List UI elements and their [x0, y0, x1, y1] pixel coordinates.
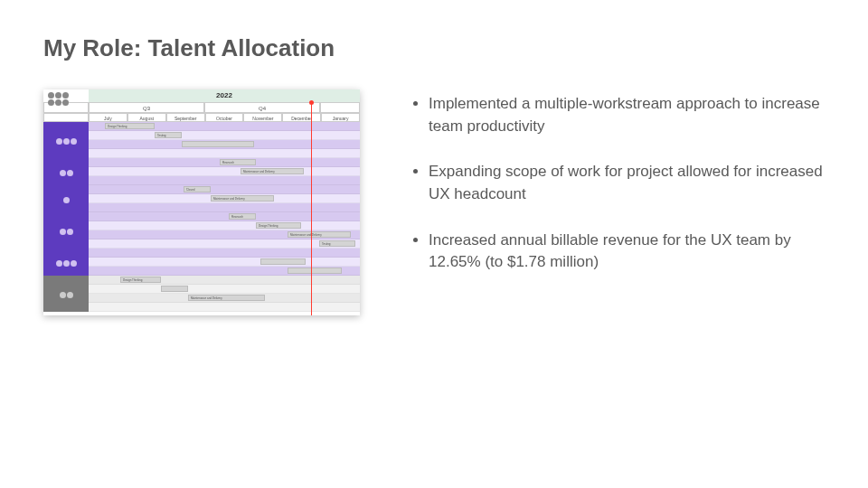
gantt-section-side	[43, 122, 89, 158]
gantt-bar: Research	[220, 159, 256, 165]
gantt-month-cell: September	[166, 113, 205, 122]
gantt-bar	[161, 286, 188, 292]
gantt-section: Design Thinking Testing	[43, 122, 360, 158]
gantt-thumbnail: 2022 Q3 Q4 July August September October…	[43, 89, 360, 315]
gantt-lane	[89, 249, 360, 276]
gantt-bar: Closed	[184, 186, 211, 192]
gantt-bar: Testing	[319, 240, 355, 247]
gantt-quarter-cell: Q3	[89, 102, 204, 113]
gantt-lane: Closed Maintenance and Delivery	[89, 185, 360, 212]
gantt-month-cell: July	[89, 113, 127, 122]
gantt-bar: Testing	[155, 132, 182, 138]
gantt-bar: Research	[229, 213, 256, 220]
gantt-bar: Design Thinking	[256, 222, 301, 229]
gantt-bar	[288, 267, 342, 274]
gantt-section-side	[43, 249, 89, 276]
gantt-month-row: July August September October November D…	[43, 113, 360, 122]
gantt-quarter-cell	[320, 102, 360, 113]
gantt-month-cell: August	[127, 113, 166, 122]
slide: My Role: Talent Allocation 2022 Q3 Q4 Ju…	[0, 0, 868, 488]
gantt-lane: Research Design Thinking Maintenance and…	[89, 212, 360, 249]
gantt-lane: Research Maintenance and Delivery	[89, 158, 360, 185]
gantt-section-side	[43, 276, 89, 312]
gantt-section: Research Maintenance and Delivery	[43, 158, 360, 185]
gantt-section: Research Design Thinking Maintenance and…	[43, 212, 360, 249]
gantt-lane: Design Thinking Testing	[89, 122, 360, 158]
gantt-bar	[260, 258, 306, 265]
gantt-year-label: 2022	[89, 89, 360, 102]
gantt-section: Closed Maintenance and Delivery	[43, 185, 360, 212]
gantt-month-cell: October	[205, 113, 244, 122]
gantt-section	[43, 249, 360, 276]
gantt-bar: Maintenance and Delivery	[288, 231, 351, 238]
gantt-bar	[182, 141, 254, 147]
bullet-item: Implemented a multiple-workstream approa…	[429, 93, 825, 137]
gantt-section-side	[43, 185, 89, 212]
gantt-month-cell: January	[321, 113, 360, 122]
gantt-section-side	[43, 158, 89, 185]
bullet-list: Implemented a multiple-workstream approa…	[405, 89, 825, 315]
bullet-item: Expanding scope of work for project allo…	[429, 161, 825, 205]
content-row: 2022 Q3 Q4 July August September October…	[43, 89, 825, 315]
gantt-bar: Maintenance and Delivery	[188, 295, 265, 301]
bullet-item: Increased annual billable revenue for th…	[429, 230, 825, 274]
gantt-quarter-cell: Q4	[204, 102, 320, 113]
gantt-bar: Design Thinking	[120, 277, 161, 283]
gantt-bar: Design Thinking	[105, 123, 155, 129]
gantt-lane: Design Thinking Maintenance and Delivery	[89, 276, 360, 312]
gantt-bar: Maintenance and Delivery	[241, 168, 304, 174]
gantt-section: Design Thinking Maintenance and Delivery	[43, 276, 360, 312]
gantt-month-cell: November	[243, 113, 282, 122]
gantt-today-line	[311, 102, 312, 315]
gantt-section-side	[43, 212, 89, 249]
gantt-bar: Maintenance and Delivery	[211, 195, 274, 202]
slide-title: My Role: Talent Allocation	[43, 34, 825, 62]
gantt-month-cell: December	[282, 113, 321, 122]
team-avatars	[47, 91, 74, 106]
